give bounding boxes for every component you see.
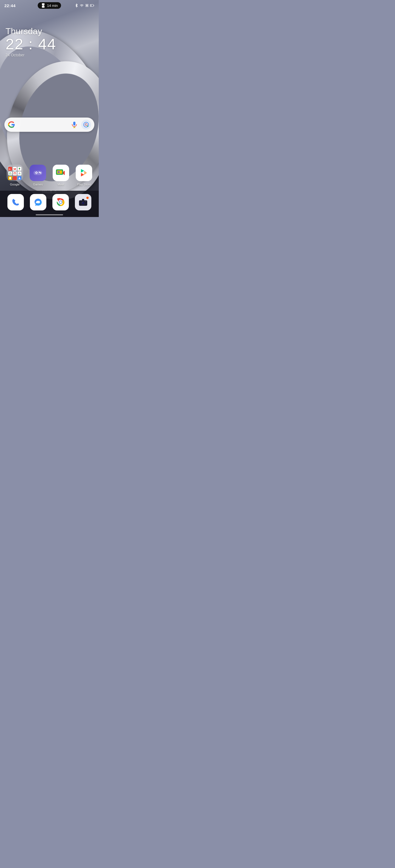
status-icons [75, 4, 94, 7]
svg-rect-17 [9, 177, 11, 179]
folder-mini-extra1 [13, 176, 17, 180]
lens-icon [83, 122, 89, 128]
camera-notification-dot [86, 197, 89, 199]
svg-rect-23 [37, 172, 37, 173]
meet-svg [55, 168, 66, 177]
phone-dock-item[interactable] [5, 194, 26, 210]
messages-icon [33, 197, 43, 207]
games-label: Games [33, 183, 43, 186]
google-folder-item[interactable]: G [4, 165, 25, 186]
google-folder-icon: G [7, 165, 23, 181]
folder-mini-drive [8, 172, 12, 175]
svg-rect-21 [36, 172, 37, 172]
svg-rect-45 [82, 199, 84, 200]
folder-mini-g: G [8, 167, 12, 171]
meet-label: Meet [58, 183, 64, 186]
svg-rect-2 [90, 5, 92, 6]
svg-point-16 [20, 174, 21, 174]
folder-mini-photos [18, 172, 21, 175]
notification-icon [85, 4, 89, 7]
svg-marker-34 [81, 173, 84, 177]
folder-mini-contacts [18, 176, 21, 180]
svg-point-47 [82, 202, 83, 203]
battery-icon [90, 4, 94, 7]
meet-item[interactable]: Meet [51, 165, 71, 186]
mic-icon [71, 121, 77, 128]
chrome-app-icon [52, 194, 69, 210]
playstore-item[interactable]: Play Store [74, 165, 94, 186]
svg-rect-32 [58, 172, 59, 173]
phone-app-icon [7, 194, 24, 210]
chrome-icon [56, 197, 65, 207]
messages-dock-item[interactable] [28, 194, 48, 210]
svg-point-14 [19, 173, 20, 174]
wifi-icon [80, 4, 84, 7]
bluetooth-icon [75, 4, 78, 7]
games-item[interactable]: Games [27, 165, 48, 186]
svg-rect-13 [14, 173, 16, 174]
search-bar[interactable] [4, 118, 94, 132]
svg-rect-20 [35, 172, 36, 173]
hourglass-icon [41, 3, 45, 8]
svg-point-40 [59, 201, 62, 203]
svg-point-15 [19, 174, 20, 174]
screen-time-pill[interactable]: 14 min [37, 2, 61, 9]
screen-time-text: 14 min [47, 4, 58, 8]
status-time: 22:44 [4, 3, 16, 8]
svg-marker-37 [84, 171, 87, 175]
gamepad-icon [33, 169, 43, 177]
google-folder-label: Google [10, 183, 20, 186]
svg-point-18 [19, 177, 20, 178]
play-store-icon [76, 165, 92, 181]
play-store-label: Play Store [77, 183, 91, 186]
home-indicator[interactable] [36, 214, 63, 215]
folder-mini-keep [8, 176, 12, 180]
svg-rect-46 [85, 201, 86, 202]
svg-marker-33 [81, 169, 84, 173]
play-store-svg [79, 168, 89, 178]
svg-point-25 [40, 172, 41, 174]
messages-app-icon [30, 194, 46, 210]
day-name: Thursday [5, 26, 99, 36]
meet-icon [53, 165, 69, 181]
dock [0, 191, 99, 217]
datetime-widget: Thursday 22 : 44 24 October [0, 10, 99, 57]
games-icon [30, 165, 46, 181]
svg-text:G: G [9, 168, 10, 170]
phone-icon [11, 198, 20, 207]
date-display: 24 October [5, 53, 99, 57]
folder-mini-gmail [13, 167, 17, 171]
voice-search-button[interactable] [70, 120, 79, 129]
svg-marker-28 [63, 171, 65, 175]
svg-rect-22 [36, 173, 37, 174]
clock-display: 22 : 44 [5, 36, 99, 52]
svg-point-8 [85, 124, 86, 125]
chrome-dock-item[interactable] [51, 194, 71, 210]
folder-mini-maps [18, 167, 21, 171]
svg-rect-3 [73, 122, 76, 125]
google-logo [8, 121, 16, 128]
camera-app-icon [75, 194, 91, 210]
folder-mini-calendar [13, 172, 17, 175]
svg-point-10 [19, 168, 20, 169]
status-bar: 22:44 14 min [0, 0, 99, 10]
svg-marker-11 [9, 172, 11, 174]
search-bar-container [0, 118, 99, 132]
svg-point-26 [37, 173, 38, 174]
dock-apps [5, 194, 93, 210]
app-grid: G [0, 165, 99, 186]
camera-dock-item[interactable] [73, 194, 93, 210]
camera-icon [79, 198, 88, 206]
lens-search-button[interactable] [81, 120, 91, 130]
